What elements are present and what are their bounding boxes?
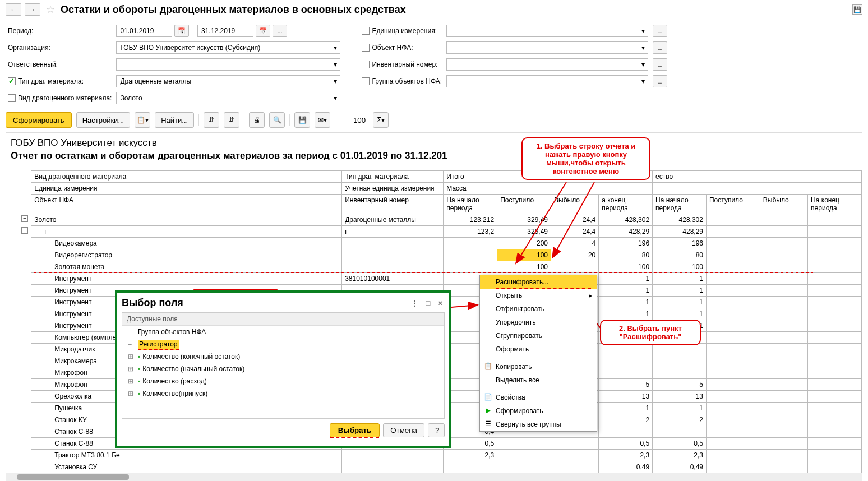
report-org: ГОБУ ВПО Университет искусств — [11, 137, 857, 149]
type-dropdown[interactable]: Драгоценные металлы▾ — [116, 75, 340, 87]
field-qty-in[interactable]: ▪Количество(припуск) — [122, 387, 444, 400]
disk-icon[interactable]: 💾 — [294, 112, 310, 128]
field-registrator[interactable]: Регистратор — [122, 338, 444, 350]
dialog-max-icon[interactable]: □ — [424, 298, 433, 308]
inv-checkbox[interactable] — [362, 61, 370, 68]
dialog-select-button[interactable]: Выбрать — [330, 423, 380, 437]
menu-format[interactable]: Оформить — [480, 343, 597, 356]
field-qty-out[interactable]: ▪Количество (расход) — [122, 375, 444, 387]
field-group-nfa[interactable]: Группа объектов НФА — [122, 326, 444, 338]
calendar-icon[interactable]: 📅 — [174, 25, 189, 37]
menu-form[interactable]: ▶Сформировать — [480, 404, 597, 418]
table-row[interactable]: Инструмент381010100001111 — [6, 273, 862, 285]
mail-icon[interactable]: ✉▾ — [315, 112, 330, 128]
dialog-cancel-button[interactable]: Отмена — [383, 423, 424, 437]
h-scrollbar[interactable] — [6, 473, 862, 481]
table-row[interactable]: Золотая монета100100100 — [6, 261, 862, 273]
menu-copy[interactable]: 📋Копировать — [480, 360, 597, 373]
nfa-more-button[interactable]: ... — [653, 41, 667, 54]
tree-toggle[interactable]: − — [21, 215, 28, 222]
star-icon[interactable]: ☆ — [46, 3, 55, 16]
unit-checkbox[interactable] — [362, 27, 370, 35]
hdr-inv: Инвентарный номер — [342, 195, 444, 214]
menu-props[interactable]: 📄Свойства — [480, 391, 597, 404]
dialog-close-icon[interactable]: × — [436, 298, 445, 308]
preview-icon[interactable]: 🔍 — [269, 112, 285, 128]
inv-dropdown[interactable]: ▾ — [446, 58, 648, 71]
zoom-input[interactable] — [335, 113, 368, 127]
filter-panel: Период: 📅 – 📅 ... Единица измерения: ▾ .… — [0, 19, 868, 110]
hdr-begin2: На начало периода — [653, 195, 707, 214]
menu-open[interactable]: Открыть▸ — [480, 289, 597, 302]
expand-icon[interactable]: ⇵ — [204, 112, 219, 128]
hdr-qty: ество — [653, 171, 862, 183]
dialog-menu-icon[interactable]: ⋮ — [409, 298, 421, 308]
field-list[interactable]: Доступные поля Группа объектов НФА Регис… — [122, 312, 445, 419]
kind-dropdown[interactable]: Золото▾ — [116, 92, 340, 104]
table-row[interactable]: −ЗолотоДрагоценные металлы123,212329,492… — [6, 214, 862, 226]
callout-2: 2. Выбрать пункт "Расшифровать" — [600, 320, 701, 345]
calendar-icon[interactable]: 📅 — [256, 25, 270, 37]
kind-checkbox[interactable] — [8, 94, 16, 102]
find-button[interactable]: Найти... — [155, 112, 194, 128]
period-label: Период: — [6, 24, 114, 38]
menu-decode[interactable]: Расшифровать... — [480, 275, 597, 289]
date-to-input[interactable] — [197, 25, 253, 37]
hdr-in: Поступило — [497, 195, 551, 214]
save-icon[interactable]: 💾 — [852, 4, 862, 15]
hdr-unit: Единица измерения — [31, 183, 342, 195]
resp-dropdown[interactable]: ▾ — [116, 58, 340, 71]
table-row[interactable]: −гг123,2329,4924,4428,29428,29 — [6, 226, 862, 238]
hdr-end: а конец периода — [599, 195, 653, 214]
period-more-button[interactable]: ... — [273, 25, 287, 37]
table-row[interactable]: Видеокамера2004196196 — [6, 238, 862, 249]
unit-more-button[interactable]: ... — [653, 25, 667, 37]
org-dropdown[interactable]: ГОБУ ВПО Университет искусств (Субсидия)… — [116, 41, 340, 54]
hdr-vid: Вид драгоценного материала — [31, 171, 342, 183]
copy-icon[interactable]: 📋▾ — [135, 112, 150, 128]
nfa-dropdown[interactable]: ▾ — [446, 41, 648, 54]
tree-toggle[interactable]: − — [21, 227, 28, 234]
form-button[interactable]: Сформировать — [6, 112, 72, 128]
field-qty-end[interactable]: ▪Количество (конечный остаток) — [122, 350, 444, 363]
nav-back-button[interactable]: ← — [6, 3, 21, 16]
kind-label: Вид драгоценного материала: — [18, 94, 112, 102]
unit-label: Единица измерения: — [372, 27, 437, 35]
unit-dropdown[interactable]: ▾ — [446, 25, 648, 37]
type-checkbox[interactable] — [8, 77, 16, 85]
table-row[interactable]: Трактор МТЗ 80.1 Бе2,32,32,3 — [6, 450, 862, 461]
hdr-end2: На конец периода — [808, 195, 862, 214]
menu-select-all[interactable]: Выделить все — [480, 373, 597, 387]
hdr-type: Тип драг. материала — [342, 171, 444, 183]
dialog-title: Выбор поля — [122, 297, 183, 309]
hdr-mass: Масса — [444, 183, 653, 195]
print-icon[interactable]: 🖨 — [249, 112, 265, 128]
menu-group[interactable]: Сгруппировать — [480, 329, 597, 343]
toolbar: Сформировать Настройки... 📋▾ Найти... ⇵ … — [0, 110, 868, 130]
date-from-input[interactable] — [116, 25, 172, 37]
field-list-header: Доступные поля — [122, 313, 444, 326]
menu-filter[interactable]: Отфильтровать — [480, 302, 597, 316]
sum-icon[interactable]: Σ▾ — [373, 112, 389, 128]
nfa-label: Объект НФА: — [372, 44, 413, 52]
table-row[interactable]: Видеорегистратор100208080 — [6, 249, 862, 261]
hdr-out: Выбыло — [551, 195, 599, 214]
menu-collapse[interactable]: ☰Свернуть все группы — [480, 418, 597, 431]
group-more-button[interactable]: ... — [653, 75, 667, 87]
inv-more-button[interactable]: ... — [653, 58, 667, 71]
group-dropdown[interactable]: ▾ — [446, 75, 648, 87]
dialog-help-button[interactable]: ? — [428, 423, 445, 437]
hdr-begin: На начало периода — [444, 195, 497, 214]
field-qty-begin[interactable]: ▪Количество (начальный остаток) — [122, 363, 444, 375]
page-title: Остатки и обороты драгоценных материалов… — [61, 4, 406, 16]
group-checkbox[interactable] — [362, 77, 370, 85]
callout-1: 1. Выбрать строку отчета и нажать правую… — [521, 137, 650, 180]
nfa-checkbox[interactable] — [362, 44, 370, 52]
collapse-icon[interactable]: ⇵ — [224, 112, 239, 128]
table-row[interactable]: Установка СУ0,490,49 — [6, 461, 862, 473]
nav-fwd-button[interactable]: → — [25, 3, 40, 16]
menu-order[interactable]: Упорядочить — [480, 316, 597, 329]
report-title: Отчет по остаткам и оборотам драгоценных… — [11, 150, 857, 161]
field-dialog: Выбор поля ⋮ □ × Доступные поля Группа о… — [115, 290, 451, 448]
settings-button[interactable]: Настройки... — [76, 112, 131, 128]
